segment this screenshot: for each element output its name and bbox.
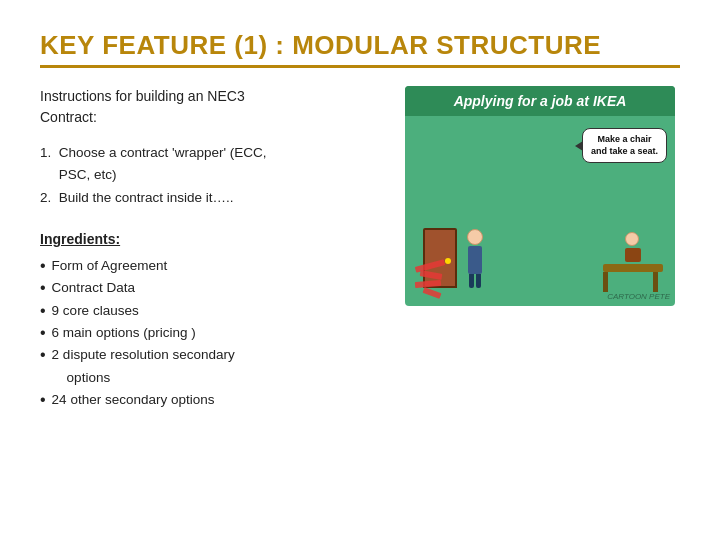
bullet-icon: •	[40, 255, 46, 277]
cartoon-header: Applying for a job at IKEA	[405, 86, 675, 116]
ingredients-list: • Form of Agreement • Contract Data • 9 …	[40, 255, 370, 411]
cartoon-watermark: CARTOON PETE	[607, 292, 670, 301]
person-body	[468, 246, 482, 274]
ingredient-3: • 9 core clauses	[40, 300, 370, 322]
steps-list: 1. Choose a contract 'wrapper' (ECC, PSC…	[40, 142, 370, 209]
item-4	[423, 287, 442, 299]
ingredient-2: • Contract Data	[40, 277, 370, 299]
title-underline	[40, 65, 680, 68]
step-2: 2. Build the contract inside it…..	[40, 187, 370, 209]
step-1: 1. Choose a contract 'wrapper' (ECC, PSC…	[40, 142, 370, 185]
desk-leg-left	[603, 272, 608, 292]
person-leg-right	[476, 274, 481, 288]
title-area: KEY FEATURE (1) : MODULAR STRUCTURE	[40, 30, 680, 68]
desk-leg-right	[653, 272, 658, 292]
instructions-heading: Instructions for building an NEC3Contrac…	[40, 86, 370, 128]
content-area: Instructions for building an NEC3Contrac…	[40, 86, 680, 411]
desk-legs	[603, 272, 658, 292]
scattered-items	[415, 263, 445, 296]
bullet-icon: •	[40, 277, 46, 299]
sitting-body	[625, 248, 641, 262]
ingredient-6: • 24 other secondary options	[40, 389, 370, 411]
bullet-icon: •	[40, 389, 46, 411]
right-column: Applying for a job at IKEA	[400, 86, 680, 411]
sitting-person-head	[625, 232, 639, 246]
desk	[603, 264, 663, 272]
standing-person	[467, 229, 483, 288]
person-legs	[469, 274, 481, 288]
ingredients-heading: Ingredients:	[40, 231, 370, 247]
bullet-icon: •	[40, 300, 46, 322]
person-leg-left	[469, 274, 474, 288]
slide-title: KEY FEATURE (1) : MODULAR STRUCTURE	[40, 30, 680, 61]
ingredient-4: • 6 main options (pricing )	[40, 322, 370, 344]
cartoon-image: Applying for a job at IKEA	[405, 86, 675, 306]
item-3	[415, 280, 441, 288]
desk-area	[603, 232, 663, 292]
door-knob	[445, 258, 451, 264]
person-head	[467, 229, 483, 245]
speech-bubble: Make a chair and take a seat.	[582, 128, 667, 163]
bullet-icon: •	[40, 344, 46, 366]
left-column: Instructions for building an NEC3Contrac…	[40, 86, 370, 411]
ingredient-5: • 2 dispute resolution secondary options	[40, 344, 370, 389]
ingredient-1: • Form of Agreement	[40, 255, 370, 277]
item-2	[420, 270, 443, 280]
bullet-icon: •	[40, 322, 46, 344]
cartoon-body: Make a chair and take a seat.	[405, 116, 675, 306]
cartoon-header-text: Applying for a job at IKEA	[454, 93, 627, 109]
slide: KEY FEATURE (1) : MODULAR STRUCTURE Inst…	[0, 0, 720, 540]
